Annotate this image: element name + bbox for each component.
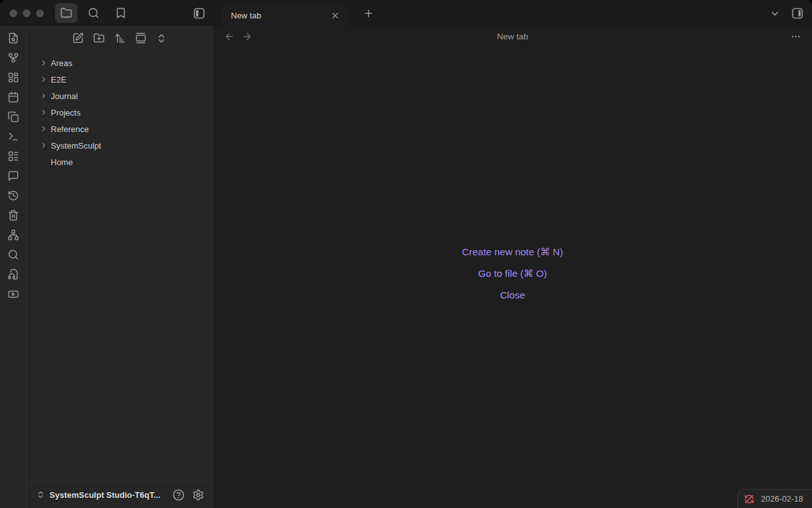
chevron-right-icon	[40, 125, 51, 133]
file-explorer: Areas E2E Journal Projects Reference	[27, 27, 213, 508]
tree-item-label: SystemSculpt	[51, 141, 101, 150]
panel-left-icon	[193, 7, 206, 20]
trash-icon[interactable]	[8, 210, 19, 221]
layout-list-icon[interactable]	[8, 150, 19, 162]
chevron-right-icon	[40, 142, 51, 149]
tab-list-dropdown-button[interactable]	[769, 8, 780, 19]
gear-icon	[192, 489, 204, 501]
titlebar-left	[0, 0, 213, 27]
search-icon[interactable]	[8, 249, 19, 260]
titlebar: New tab	[0, 0, 812, 27]
plus-icon	[363, 8, 374, 19]
calendar-icon[interactable]	[8, 91, 19, 103]
chevron-down-icon	[769, 8, 780, 19]
navigate-forward-button[interactable]	[242, 31, 252, 42]
sync-off-icon	[744, 494, 754, 504]
close-window-button[interactable]	[10, 10, 17, 17]
help-button[interactable]	[173, 489, 185, 501]
file-search-icon[interactable]	[8, 32, 19, 44]
tree-item-label: Journal	[51, 91, 78, 101]
zoom-window-button[interactable]	[36, 10, 44, 17]
audio-file-icon[interactable]	[8, 269, 19, 280]
tree-folder-journal[interactable]: Journal	[27, 88, 213, 104]
network-icon[interactable]	[8, 229, 19, 241]
tree-folder-e2e[interactable]: E2E	[27, 71, 213, 88]
copy-icon[interactable]	[8, 111, 19, 123]
toggle-right-sidebar-button[interactable]	[791, 7, 804, 20]
status-date[interactable]: 2026-02-18	[761, 494, 804, 504]
toggle-left-sidebar-button[interactable]	[193, 7, 206, 20]
bookmarks-tab-button[interactable]	[110, 3, 132, 23]
tree-file-home[interactable]: Home	[27, 154, 213, 170]
tab-new-tab[interactable]: New tab	[222, 4, 348, 27]
view-header: New tab	[213, 27, 812, 46]
sync-off-status-button[interactable]	[744, 494, 754, 504]
explorer-toolbar	[27, 27, 213, 50]
history-icon[interactable]	[8, 190, 19, 201]
layout-dashboard-icon[interactable]	[8, 72, 19, 83]
empty-state: Create new note (⌘ N) Go to file (⌘ O) C…	[213, 46, 812, 508]
tree-item-label: E2E	[51, 75, 67, 84]
close-tab-icon[interactable]	[329, 10, 341, 22]
vault-name: SystemSculpt Studio-T6qT...	[49, 490, 168, 500]
chevron-right-icon	[40, 92, 51, 100]
arrow-right-icon	[242, 31, 252, 42]
message-square-icon[interactable]	[8, 170, 19, 182]
chevrons-up-down-icon[interactable]	[156, 33, 167, 44]
chevron-right-icon	[40, 76, 51, 83]
tab-bar: New tab	[213, 0, 812, 27]
git-fork-icon[interactable]	[8, 52, 19, 64]
tree-item-label: Projects	[51, 108, 81, 117]
view-title: New tab	[213, 32, 812, 41]
search-tab-button[interactable]	[82, 3, 105, 23]
new-note-icon[interactable]	[72, 32, 84, 44]
arrow-left-icon	[224, 31, 235, 42]
terminal-icon[interactable]	[8, 131, 19, 142]
folder-icon	[60, 7, 72, 19]
tab-title: New tab	[231, 11, 329, 20]
new-tab-button[interactable]	[360, 0, 377, 27]
chevron-right-icon	[40, 109, 51, 116]
main-pane: New tab Create new note (⌘ N) Go to file…	[213, 27, 812, 508]
left-ribbon	[0, 27, 27, 508]
bookmark-icon	[115, 7, 127, 19]
settings-button[interactable]	[192, 489, 204, 501]
tree-folder-reference[interactable]: Reference	[27, 121, 213, 137]
files-tab-button[interactable]	[55, 3, 77, 23]
create-new-note-action[interactable]: Create new note (⌘ N)	[462, 246, 563, 258]
new-folder-icon[interactable]	[93, 32, 105, 44]
more-options-button[interactable]	[790, 31, 801, 42]
more-horizontal-icon	[790, 31, 801, 42]
close-action[interactable]: Close	[500, 290, 525, 301]
panel-right-icon	[791, 7, 804, 20]
tree-item-label: Home	[51, 157, 73, 167]
status-bar: 2026-02-18	[737, 489, 812, 508]
minimize-window-button[interactable]	[23, 10, 30, 17]
chevron-right-icon	[40, 59, 51, 67]
help-circle-icon	[173, 489, 185, 501]
gallery-vertical-icon[interactable]	[135, 32, 147, 44]
sort-order-icon[interactable]	[114, 32, 126, 44]
tree-folder-projects[interactable]: Projects	[27, 104, 213, 121]
traffic-lights	[10, 10, 44, 17]
navigate-back-button[interactable]	[224, 31, 235, 42]
tree-item-label: Areas	[51, 58, 72, 68]
go-to-file-action[interactable]: Go to file (⌘ O)	[478, 268, 547, 279]
chevrons-up-down-icon	[36, 490, 45, 499]
obsidian-window: New tab	[0, 0, 812, 508]
tree-folder-systemsculpt[interactable]: SystemSculpt	[27, 137, 213, 154]
tab-strip-right	[769, 0, 804, 27]
vault-switcher[interactable]: SystemSculpt Studio-T6qT...	[27, 481, 213, 508]
tree-item-label: Reference	[51, 124, 89, 134]
video-play-icon[interactable]	[8, 288, 19, 300]
tree-folder-areas[interactable]: Areas	[27, 55, 213, 71]
file-tree: Areas E2E Journal Projects Reference	[27, 50, 213, 481]
search-icon	[88, 7, 100, 19]
